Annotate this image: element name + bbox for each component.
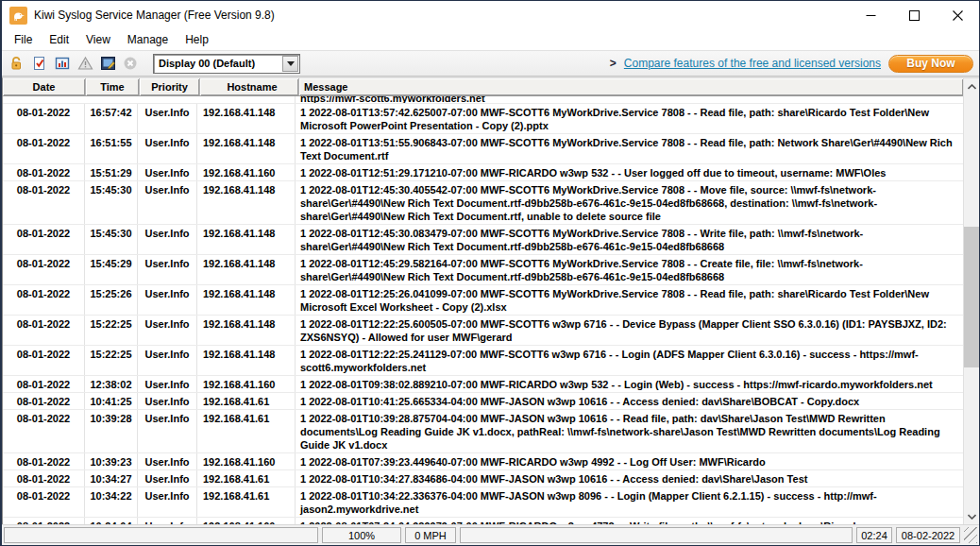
column-header-hostname[interactable]: Hostname <box>200 78 298 95</box>
kiwi-bird-icon <box>11 9 25 23</box>
cell-date: 08-01-2022 <box>3 104 85 133</box>
cell-date: 08-01-2022 <box>3 470 85 486</box>
minimize-button[interactable] <box>849 1 892 29</box>
menu-item[interactable]: Manage <box>119 31 177 48</box>
table-row[interactable]: 08-01-2022 15:45:30 User.Info 192.168.41… <box>3 181 963 225</box>
column-header-time[interactable]: Time <box>86 78 139 95</box>
cell-date: 08-01-2022 <box>3 316 85 345</box>
chevron-down-icon <box>968 514 976 520</box>
table-row[interactable]: 08-01-2022 10:34:27 User.Info 192.168.41… <box>3 470 963 487</box>
cell-hostname: 192.168.41.148 <box>197 316 296 345</box>
cell-message: 1 2022-08-01T12:22:25.600505-07:00 MWF-S… <box>296 316 963 345</box>
menu-item[interactable]: File <box>6 31 41 48</box>
display-selector-dropdown-button[interactable] <box>282 56 298 72</box>
bar-chart-icon <box>55 56 70 71</box>
display-selector-value: Display 00 (Default) <box>154 58 282 69</box>
cell-priority: User.Info <box>138 316 197 345</box>
column-header-priority[interactable]: Priority <box>140 78 199 95</box>
cell-date: 08-01-2022 <box>3 164 85 180</box>
table-row[interactable]: 08-01-2022 10:39:28 User.Info 192.168.41… <box>3 410 963 453</box>
cell-priority: User.Info <box>138 255 197 284</box>
clear-display-button[interactable] <box>119 52 142 75</box>
display-settings-button[interactable] <box>96 52 119 75</box>
table-row[interactable]: 08-01-2022 10:34:22 User.Info 192.168.41… <box>3 487 963 518</box>
status-panel-speed: 0 MPH <box>405 527 456 543</box>
alarm-button[interactable] <box>74 52 96 75</box>
close-button[interactable] <box>936 1 979 29</box>
cell-hostname: 192.168.41.160 <box>197 164 296 180</box>
table-row[interactable]: 08-01-2022 12:38:02 User.Info 192.168.41… <box>3 376 963 393</box>
cell-message: 1 2022-08-01T12:45:30.405542-07:00 MWF-S… <box>296 181 963 224</box>
scroll-up-button[interactable] <box>964 78 979 94</box>
lock-button[interactable] <box>6 52 28 75</box>
table-row[interactable]: 08-01-2022 15:45:29 User.Info 192.168.41… <box>3 255 963 285</box>
partial-row-top[interactable]: https://mwf-scott6.myworkfolders.net <box>3 96 963 104</box>
table-row[interactable]: 08-01-2022 15:22:25 User.Info 192.168.41… <box>3 316 963 346</box>
cell-message: 1 2022-08-01T07:39:23.449640-07:00 MWF-R… <box>296 453 963 469</box>
menu-item[interactable]: Help <box>177 31 217 48</box>
vertical-scrollbar[interactable] <box>963 78 979 524</box>
setup-button[interactable] <box>28 52 51 75</box>
cell-message: 1 2022-08-01T09:38:02.889210-07:00 MWF-R… <box>296 376 963 392</box>
resize-grip[interactable] <box>964 527 977 543</box>
table-row[interactable]: 08-01-2022 10:41:25 User.Info 192.168.41… <box>3 393 963 410</box>
display-monitor-icon <box>100 56 116 71</box>
status-panel-date: 08-02-2022 <box>896 527 960 543</box>
maximize-button[interactable] <box>892 1 936 29</box>
cell-date: 08-01-2022 <box>3 453 85 469</box>
status-panel-time: 02:24 <box>856 527 892 543</box>
cell-time: 10:24:04 <box>85 518 138 524</box>
cell-message: 1 2022-08-01T10:34:27.834686-04:00 MWF-J… <box>296 470 963 486</box>
scrollbar-thumb[interactable] <box>964 227 979 367</box>
cell-date: 08-01-2022 <box>3 255 85 284</box>
status-panel-empty-mid <box>460 527 853 543</box>
cell-date: 08-01-2022 <box>3 410 85 452</box>
cell-hostname: 192.168.41.160 <box>197 453 296 469</box>
scrollbar-track[interactable] <box>964 94 979 508</box>
table-row[interactable]: 08-01-2022 10:24:04 User.Info 192.168.41… <box>3 518 963 524</box>
compare-features-link[interactable]: Compare features of the free and license… <box>624 57 881 70</box>
table-row[interactable]: 08-01-2022 16:51:55 User.Info 192.168.41… <box>3 134 963 164</box>
cell-message: 1 2022-08-01T07:24:04.929979-07:00 MWF-R… <box>296 518 963 524</box>
chevron-right-icon: > <box>610 57 617 70</box>
cell-date: 08-01-2022 <box>3 181 85 224</box>
table-row[interactable]: 08-01-2022 15:25:26 User.Info 192.168.41… <box>3 285 963 316</box>
cell-hostname: 192.168.41.148 <box>197 225 296 254</box>
cell-priority: User.Info <box>138 393 197 409</box>
menu-item[interactable]: Edit <box>41 31 77 48</box>
log-table-body: https://mwf-scott6.myworkfolders.net 08-… <box>3 96 963 524</box>
menu-item[interactable]: View <box>77 31 119 48</box>
cell-message: 1 2022-08-01T12:45:30.083479-07:00 MWF-S… <box>296 225 963 254</box>
cell-date: 08-01-2022 <box>3 376 85 392</box>
statistics-button[interactable] <box>51 52 74 75</box>
scroll-down-button[interactable] <box>964 508 979 524</box>
cell-message: 1 2022-08-01T12:51:29.171210-07:00 MWF-R… <box>296 164 963 180</box>
toolbar: Display 00 (Default) > Compare features … <box>2 50 979 77</box>
cell-time: 15:45:30 <box>85 225 138 254</box>
table-row[interactable]: 08-01-2022 15:45:30 User.Info 192.168.41… <box>3 225 963 255</box>
cell-priority: User.Info <box>138 470 197 486</box>
column-header-message[interactable]: Message <box>299 78 963 95</box>
cell-hostname: 192.168.41.148 <box>197 285 296 315</box>
table-row[interactable]: 08-01-2022 10:39:23 User.Info 192.168.41… <box>3 453 963 470</box>
cell-hostname: 192.168.41.61 <box>197 487 296 517</box>
cell-message: 1 2022-08-01T10:34:22.336376-04:00 MWF-J… <box>296 487 963 517</box>
display-selector[interactable]: Display 00 (Default) <box>153 54 300 74</box>
table-row[interactable]: 08-01-2022 15:51:29 User.Info 192.168.41… <box>3 164 963 181</box>
cell-message: 1 2022-08-01T12:25:26.041099-07:00 MWF-S… <box>296 285 963 315</box>
buy-now-button[interactable]: Buy Now <box>888 55 973 73</box>
cell-date: 08-01-2022 <box>3 518 85 524</box>
cell-date: 08-01-2022 <box>3 225 85 254</box>
cell-time: 12:38:02 <box>85 376 138 392</box>
table-row[interactable]: 08-01-2022 16:57:42 User.Info 192.168.41… <box>3 104 963 134</box>
column-header-date[interactable]: Date <box>3 78 85 95</box>
table-row[interactable]: 08-01-2022 15:22:25 User.Info 192.168.41… <box>3 346 963 376</box>
cell-priority: User.Info <box>138 346 197 375</box>
titlebar: Kiwi Syslog Service Manager (Free Versio… <box>2 1 979 29</box>
cell-time: 16:57:42 <box>85 104 138 133</box>
maximize-icon <box>909 10 920 21</box>
minimize-icon <box>866 10 876 21</box>
cell-time: 15:25:26 <box>85 285 138 315</box>
cell-priority: User.Info <box>138 134 197 163</box>
cell-date: 08-01-2022 <box>3 393 85 409</box>
